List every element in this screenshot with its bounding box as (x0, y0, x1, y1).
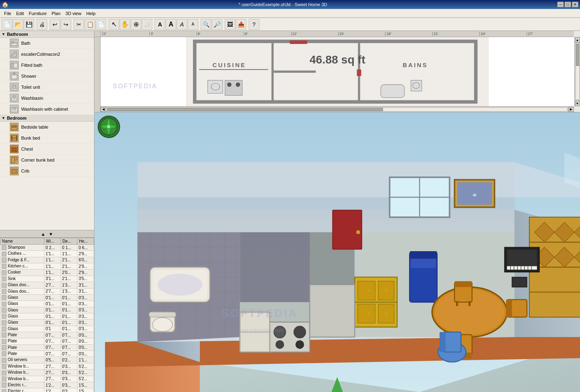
open-button[interactable]: 📂 (13, 19, 23, 30)
compass-button[interactable] (98, 116, 120, 138)
table-row[interactable]: Glass0'1...0'1...0'3... (0, 294, 94, 300)
zoom-in-button[interactable]: 🔍 (201, 19, 211, 30)
crib-label: Crib (21, 169, 29, 173)
table-row[interactable]: Glass doo...2'7...1'3...3'1... (0, 282, 94, 288)
col-width[interactable]: Wi... (44, 238, 61, 245)
item-bedside[interactable]: Bedside table (0, 122, 94, 133)
table-row[interactable]: Kitchen c...1'1...2'1...2'9... (0, 263, 94, 269)
item-washbasin[interactable]: Washbasin (0, 93, 94, 104)
furniture-tree[interactable]: ▼ Bathroom Bath escalierColimacon2 (0, 31, 94, 230)
table-row[interactable]: Fridge & F...1'1...2'1...6'0... (0, 257, 94, 263)
wall-button[interactable]: ⬜ (142, 19, 152, 30)
item-chest[interactable]: Chest (0, 144, 94, 155)
table-row[interactable]: Glass0'1...0'1...0'3... (0, 320, 94, 326)
item-bath[interactable]: Bath (0, 38, 94, 49)
text-button[interactable]: A (155, 19, 165, 30)
item-bunkbed[interactable]: Bunk bed (0, 133, 94, 144)
table-row[interactable]: Plate0'7...0'7...0'0... (0, 332, 94, 338)
plan-vscroll[interactable]: ▲ ▼ (574, 37, 580, 106)
text-italic-button[interactable]: A (177, 19, 187, 30)
menu-help[interactable]: Help (84, 10, 98, 17)
paste-button[interactable]: 📄 (96, 19, 106, 30)
plan-area[interactable]: 0' 3' 6' 9' 12' 15' 18' 21' 24' 27' (94, 31, 580, 112)
print-button[interactable]: 🖨 (37, 19, 47, 30)
col-name[interactable]: Name (0, 238, 44, 245)
table-cell: 0'3... (77, 320, 94, 326)
help-button[interactable]: ? (249, 19, 259, 30)
copy-button[interactable]: 📋 (85, 19, 95, 30)
table-row[interactable]: Electric r...1'2...0'3...1'5... (0, 388, 94, 392)
table-cell: 5'2... (77, 363, 94, 369)
category-bedroom[interactable]: ▼ Bedroom (0, 115, 94, 122)
new-button[interactable]: 📄 (2, 19, 12, 30)
table-row[interactable]: Plate0'7...0'7...0'0... (0, 351, 94, 357)
item-escalier[interactable]: escalierColimacon2 (0, 49, 94, 60)
hscroll-track[interactable] (107, 107, 567, 112)
cut-button[interactable]: ✂ (74, 19, 84, 30)
vscroll-thumb[interactable] (576, 44, 579, 66)
table-row[interactable]: Glass doo...2'7...1'3...3'1... (0, 288, 94, 294)
zoom-out-button[interactable]: 🔎 (212, 19, 222, 30)
category-bathroom[interactable]: ▼ Bathroom (0, 31, 94, 38)
item-shower[interactable]: Shower (0, 71, 94, 82)
table-row[interactable]: Plate0'7...0'7...0'0... (0, 338, 94, 344)
table-row[interactable]: Shampoo0 2...0 1...0 6... (0, 245, 94, 251)
table-row[interactable]: Window b...2'7...0'3...5'2... (0, 376, 94, 382)
table-row[interactable]: Clothes ...1'1...1'1...2'9... (0, 251, 94, 257)
vscroll-down[interactable]: ▼ (575, 101, 580, 106)
hscroll-left[interactable]: ◀ (101, 107, 106, 112)
item-toilet[interactable]: Toilet unit (0, 82, 94, 93)
redo-button[interactable]: ↪ (61, 19, 71, 30)
view3d[interactable]: 🏔 (94, 112, 580, 392)
vscroll-track[interactable] (576, 44, 580, 100)
col-height[interactable]: He... (77, 238, 94, 245)
furniture-button[interactable]: ⊕ (131, 19, 141, 30)
table-row[interactable]: Cooker1'1...2'0...2'9... (0, 269, 94, 276)
menu-plan[interactable]: Plan (49, 10, 63, 17)
plan-hscroll[interactable]: ◀ ▶ (101, 106, 574, 112)
maximize-button[interactable]: □ (565, 2, 571, 7)
table-row[interactable]: Window b...2'7...0'3...5'2... (0, 370, 94, 376)
photo-button[interactable]: 🖼 (225, 19, 235, 30)
text-large-button[interactable]: A (166, 19, 176, 30)
item-washbasin-cab[interactable]: Washbasin with cabinet (0, 104, 94, 115)
menu-furniture[interactable]: Furniture (26, 10, 49, 17)
text-style-button[interactable]: A (188, 19, 198, 30)
table-row[interactable]: Glass0'1...0'1...0'3... (0, 307, 94, 313)
close-button[interactable]: ✕ (572, 2, 578, 7)
pan-button[interactable]: ✋ (120, 19, 130, 30)
svg-point-6 (13, 72, 15, 74)
table-row[interactable]: Oil servers0'5...0'2...1'1... (0, 357, 94, 363)
panel-scroll-down[interactable]: ▼ (47, 232, 55, 237)
table-row[interactable]: Window b...2'7...0'3...5'2... (0, 363, 94, 369)
table-row[interactable]: Glass0'10'1...0'3... (0, 326, 94, 332)
table-row[interactable]: Electric r...1'2...0'3...1'5... (0, 382, 94, 388)
table-row[interactable]: Sink3'1...2'1...3'5... (0, 276, 94, 282)
table-row[interactable]: Glass0'1...0'1...0'3... (0, 301, 94, 307)
vscroll-up[interactable]: ▲ (575, 37, 580, 43)
col-depth[interactable]: De... (61, 238, 77, 245)
item-corner-bunk[interactable]: Corner bunk bed (0, 155, 94, 166)
table-row[interactable]: Glass0'1...0'1...0'3... (0, 313, 94, 319)
hscroll-right[interactable]: ▶ (568, 107, 574, 112)
menu-file[interactable]: File (2, 10, 14, 17)
undo-button[interactable]: ↩ (50, 19, 60, 30)
menu-edit[interactable]: Edit (14, 10, 26, 17)
table-cell: 1'3... (61, 282, 77, 288)
select-button[interactable]: ↖ (109, 19, 119, 30)
table-cell: 3'1... (77, 288, 94, 294)
table-row[interactable]: Plate0'7...0'7...0'0... (0, 344, 94, 350)
hscroll-thumb[interactable] (107, 108, 383, 111)
export-button[interactable]: 📤 (236, 19, 246, 30)
save-button[interactable]: 💾 (24, 19, 34, 30)
ruler-12: 12' (291, 32, 338, 36)
furniture-table-panel[interactable]: Name Wi... De... He... Shampoo0 2...0 1.… (0, 237, 94, 392)
item-fitted-bath[interactable]: Fitted bath (0, 60, 94, 71)
svg-rect-120 (456, 301, 458, 306)
plan-content[interactable]: 46.88 sq ft CUISINE (101, 37, 574, 106)
panel-scroll-up[interactable]: ▲ (39, 232, 47, 237)
table-cell: Electric r... (0, 388, 44, 392)
item-crib[interactable]: Crib (0, 166, 94, 177)
menu-3dview[interactable]: 3D view (63, 10, 84, 17)
minimize-button[interactable]: ─ (557, 2, 564, 7)
